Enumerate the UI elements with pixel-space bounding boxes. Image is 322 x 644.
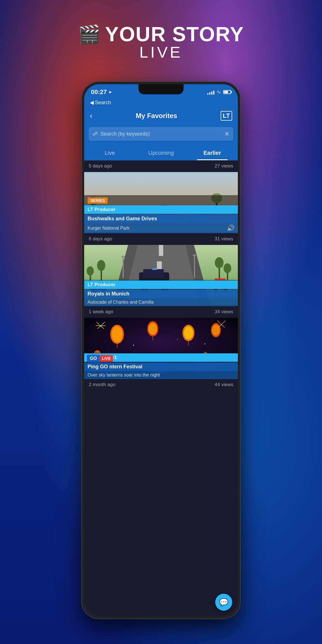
tab-upcoming[interactable]: Upcoming [135,145,186,160]
producer-row-2: LT Producer [84,280,238,289]
video-time-4: 2 month ago [89,382,116,388]
video-subtitle-1: Kurger National Park [88,226,130,231]
app-title-area: 🎬 YOUR STORY LIVE [0,23,322,61]
video-thumb-2: LT Producer Royals in Munich Autocade of… [84,244,238,306]
producer-name-2: LT Producer [88,282,116,287]
video-card-4[interactable]: 2 month ago 44 views [84,379,238,390]
svg-rect-56 [194,254,195,278]
phone-screen: 00:27 ➤ ∿ ◀ Search [84,84,238,616]
nav-back-arrow-icon: ◀ [90,99,94,106]
svg-point-32 [97,260,105,271]
video-subtitle-row-1: Kurger National Park 🔊 [84,223,238,233]
tabs-bar: Live Upcoming Earlier [84,145,238,160]
phone-notch [138,84,184,94]
video-views-3: 34 views [215,309,233,315]
live-badge: LIVE [100,355,113,362]
video-subtitle-3: Over sky lanterns soar into the night [88,373,160,378]
svg-point-34 [87,266,94,276]
phone-frame: 00:27 ➤ ∿ ◀ Search [82,82,240,619]
sound-icon-1[interactable]: 🔊 [227,225,234,232]
svg-point-60 [112,326,123,342]
svg-rect-54 [123,256,124,278]
video-views-2: 31 views [215,236,233,242]
status-time: 00:27 [91,88,107,96]
signal-bar-3 [211,92,212,95]
video-card-3[interactable]: 1 week ago 34 views [84,306,238,379]
header-back-button[interactable]: ‹ [90,111,92,120]
tab-live[interactable]: Live [84,145,135,160]
svg-point-66 [184,326,193,340]
video-time-1: 5 days ago [89,163,112,169]
nav-back-search[interactable]: ◀ Search [90,99,111,106]
video-card-1[interactable]: 5 days ago 27 views [84,160,238,233]
svg-point-96 [133,345,134,346]
video-thumb-1: SERIES LT Producer Bushwalks and Game Dr… [84,171,238,233]
svg-rect-55 [121,256,125,257]
video-subtitle-row-2: Autocade of Charles and Camilla [84,298,238,306]
video-meta-3: 1 week ago 34 views [84,306,238,317]
app-header: ‹ My Favorites LT [84,107,238,125]
video-title-1: Bushwalks and Game Drives [88,216,157,221]
clapperboard-icon: 🎬 [78,24,101,45]
video-meta-4: 2 month ago 44 views [84,379,238,390]
battery-icon [223,90,231,94]
video-info-2: LT Producer Royals in Munich Autocade of… [84,280,238,306]
svg-point-36 [215,257,223,268]
live-badge-wrap: GO LIVE [87,355,113,362]
svg-point-63 [148,323,157,335]
tab-earlier[interactable]: Earlier [187,145,238,160]
video-title-3: Ping GO ntern Festival [88,364,142,369]
signal-bars-icon [207,90,214,95]
video-thumb-3: LTProducer1 Ping GO ntern Festival Over … [84,317,238,379]
signal-bar-4 [213,91,214,95]
svg-rect-28 [159,245,163,256]
svg-rect-48 [143,269,164,278]
wifi-icon: ∿ [217,89,221,95]
svg-rect-53 [152,268,157,270]
header-title: My Favorites [136,112,177,120]
app-title: YOUR STORY [105,23,244,46]
video-card-2[interactable]: 6 days ago 31 views [84,233,238,306]
content-area: 5 days ago 27 views [84,160,238,616]
chat-icon: 💬 [219,598,228,607]
series-badge: SERIES [88,197,108,204]
video-views-4: 44 views [215,382,233,388]
svg-point-69 [212,325,220,336]
signal-bar-1 [207,93,208,95]
video-views-1: 27 views [215,163,233,169]
video-subtitle-row-3: Over sky lanterns soar into the night [84,371,238,379]
video-title-row-2: Royals in Munich [84,290,238,298]
search-input[interactable]: Search (by keywords) [101,131,222,137]
video-title-row-1: Bushwalks and Game Drives [84,214,238,223]
video-info-1: SERIES LT Producer Bushwalks and Game Dr… [84,195,238,233]
header-logo[interactable]: LT [221,111,232,121]
chat-fab-button[interactable]: 💬 [215,594,232,611]
search-clear-icon[interactable]: ✕ [225,130,229,137]
app-subtitle: LIVE [139,43,182,61]
signal-bar-2 [209,92,210,95]
search-box[interactable]: ☍ Search (by keywords) ✕ [89,127,233,141]
location-arrow-icon: ➤ [108,90,112,94]
svg-rect-57 [193,254,196,256]
video-title-row-3: Ping GO ntern Festival [84,362,238,371]
battery-fill [224,91,228,93]
video-meta-2: 6 days ago 31 views [84,233,238,244]
status-left: 00:27 ➤ [91,88,112,96]
producer-name-1: LT Producer [88,207,116,212]
svg-point-38 [223,263,231,273]
video-meta-1: 5 days ago 27 views [84,160,238,171]
svg-point-98 [204,343,205,344]
status-right: ∿ [207,89,231,95]
nav-back-label: Search [95,100,111,106]
video-title-2: Royals in Munich [88,291,129,297]
video-time-3: 1 week ago [89,309,113,315]
svg-point-97 [177,339,178,340]
producer-row-1: LT Producer [84,205,238,214]
go-label[interactable]: GO [87,355,100,362]
video-subtitle-2: Autocade of Charles and Camilla [88,300,154,305]
video-time-2: 6 days ago [89,236,112,242]
search-icon: ☍ [93,131,98,137]
